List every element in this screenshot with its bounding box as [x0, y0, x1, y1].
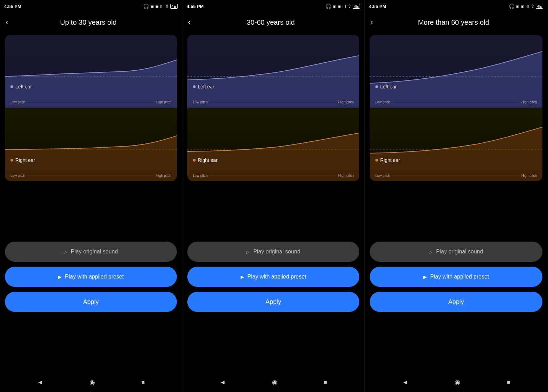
left-ear-pitch: Low pitch High pitch	[10, 100, 171, 104]
buttons-area: ▷ Play original sound ▶ Play with applie…	[182, 187, 364, 373]
apply-button[interactable]: Apply	[187, 292, 359, 312]
header: ‹ Up to 30 years old	[0, 13, 182, 32]
page-title: More than 60 years old	[377, 18, 530, 26]
apply-label: Apply	[83, 298, 99, 305]
buttons-area: ▷ Play original sound ▶ Play with applie…	[365, 187, 547, 373]
nav-bar: ◄ ◉ ■	[0, 373, 182, 392]
play-preset-button[interactable]: ▶ Play with applied preset	[370, 267, 542, 287]
status-time: 4:55 PM	[187, 4, 204, 9]
right-ear-svg	[370, 108, 542, 181]
play-preset-button[interactable]: ▶ Play with applied preset	[187, 267, 359, 287]
nav-recents-icon[interactable]: ■	[507, 379, 510, 385]
right-ear-chart: Right ear Low pitch High pitch	[370, 108, 542, 181]
play-preset-icon: ▶	[423, 274, 427, 280]
right-pitch-dots	[27, 175, 154, 175]
hearing-chart: Left ear Low pitch High pitch	[370, 35, 542, 181]
apply-button[interactable]: Apply	[5, 292, 177, 312]
play-original-button[interactable]: ▷ Play original sound	[370, 242, 542, 262]
phone-panel-1: 4:55 PM 🎧 ▣ ▣ ||| ⇧ 4E ‹ Up to 30 years …	[0, 0, 182, 392]
left-ear-dot	[375, 85, 378, 88]
status-bar: 4:55 PM 🎧 ▣ ▣ ||| ⇧ 4E	[365, 0, 547, 13]
right-pitch-high: High pitch	[522, 174, 537, 178]
left-ear-text: Left ear	[15, 84, 32, 89]
apply-button[interactable]: Apply	[370, 292, 542, 312]
right-pitch-high: High pitch	[156, 174, 171, 178]
play-preset-button[interactable]: ▶ Play with applied preset	[5, 267, 177, 287]
left-ear-pitch: Low pitch High pitch	[193, 100, 354, 104]
pitch-high-label: High pitch	[338, 100, 354, 104]
nav-bar: ◄ ◉ ■	[365, 373, 547, 392]
signal-icons: ▣ ▣ |||	[150, 5, 164, 8]
header: ‹ More than 60 years old	[365, 13, 547, 32]
pitch-dots	[27, 102, 154, 102]
left-ear-svg	[370, 35, 542, 108]
status-bar: 4:55 PM 🎧 ▣ ▣ ||| ⇧ 4E	[182, 0, 364, 13]
left-ear-text: Left ear	[380, 84, 397, 89]
left-ear-chart: Left ear Low pitch High pitch	[187, 35, 359, 108]
left-ear-svg	[5, 35, 177, 108]
back-button[interactable]: ‹	[370, 18, 373, 26]
play-original-button[interactable]: ▷ Play original sound	[5, 242, 177, 262]
page-title: Up to 30 years old	[12, 18, 164, 26]
left-ear-chart: Left ear Low pitch High pitch	[5, 35, 177, 108]
pitch-dots	[210, 102, 336, 102]
pitch-high-label: High pitch	[522, 100, 537, 104]
right-ear-pitch: Low pitch High pitch	[375, 174, 537, 178]
right-ear-label: Right ear	[375, 157, 400, 163]
right-ear-dot	[375, 159, 378, 162]
right-ear-dot	[10, 159, 13, 162]
play-preset-icon: ▶	[241, 274, 244, 280]
left-ear-pitch: Low pitch High pitch	[375, 100, 537, 104]
nav-home-icon[interactable]: ◉	[89, 378, 95, 386]
right-pitch-low: Low pitch	[375, 174, 390, 178]
right-pitch-dots	[210, 175, 336, 175]
back-button[interactable]: ‹	[188, 18, 190, 26]
right-ear-svg	[187, 108, 359, 181]
status-time: 4:55 PM	[369, 4, 386, 9]
nav-back-icon[interactable]: ◄	[402, 379, 408, 386]
nav-back-icon[interactable]: ◄	[37, 379, 43, 386]
hearing-chart: Left ear Low pitch High pitch	[187, 35, 359, 181]
back-button[interactable]: ‹	[6, 18, 8, 26]
pitch-high-label: High pitch	[156, 100, 171, 104]
pitch-low-label: Low pitch	[375, 100, 390, 104]
right-pitch-dots	[392, 175, 519, 175]
right-ear-dot	[193, 159, 196, 162]
left-ear-label: Left ear	[375, 84, 397, 89]
right-ear-svg	[5, 108, 177, 181]
nav-bar: ◄ ◉ ■	[182, 373, 364, 392]
hearing-chart: Left ear Low pitch High pitch	[5, 35, 177, 181]
wifi-icon: ⇧	[348, 4, 351, 9]
nav-recents-icon[interactable]: ■	[141, 379, 145, 385]
pitch-dots	[392, 102, 519, 102]
left-ear-label: Left ear	[193, 84, 214, 89]
nav-home-icon[interactable]: ◉	[455, 378, 460, 386]
pitch-low-label: Low pitch	[10, 100, 25, 104]
battery-icon: 4E	[353, 4, 360, 9]
play-original-label: Play original sound	[253, 249, 300, 255]
right-ear-pitch: Low pitch High pitch	[10, 174, 171, 178]
signal-icons: ▣ ▣ |||	[516, 5, 529, 8]
status-icons: 🎧 ▣ ▣ ||| ⇧ 4E	[509, 3, 543, 9]
buttons-area: ▷ Play original sound ▶ Play with applie…	[0, 187, 182, 373]
play-original-button[interactable]: ▷ Play original sound	[187, 242, 359, 262]
nav-recents-icon[interactable]: ■	[324, 379, 327, 385]
play-preset-label: Play with applied preset	[65, 274, 124, 280]
play-original-icon: ▷	[64, 249, 67, 254]
apply-label: Apply	[265, 298, 281, 305]
headphone-icon: 🎧	[509, 3, 515, 9]
nav-back-icon[interactable]: ◄	[219, 379, 226, 386]
play-original-icon: ▷	[246, 249, 250, 254]
page-title: 30-60 years old	[195, 18, 347, 26]
right-ear-pitch: Low pitch High pitch	[193, 174, 354, 178]
play-preset-icon: ▶	[58, 274, 62, 280]
headphone-icon: 🎧	[326, 3, 331, 9]
wifi-icon: ⇧	[531, 4, 534, 9]
battery-icon: 4E	[536, 4, 543, 9]
right-ear-text: Right ear	[15, 157, 35, 163]
right-ear-text: Right ear	[198, 157, 218, 163]
status-time: 4:55 PM	[4, 4, 21, 9]
nav-home-icon[interactable]: ◉	[272, 378, 277, 386]
status-icons: 🎧 ▣ ▣ ||| ⇧ 4E	[326, 3, 360, 9]
right-ear-label: Right ear	[10, 157, 35, 163]
